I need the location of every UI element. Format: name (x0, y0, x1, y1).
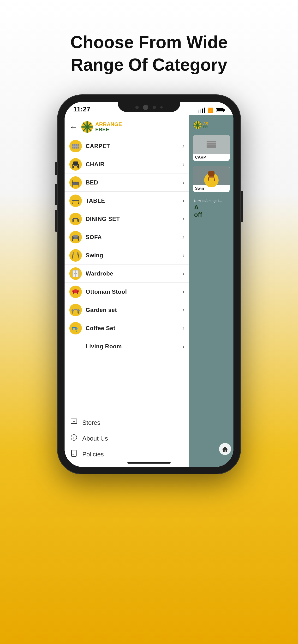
cat-icon-swing (69, 249, 82, 262)
svg-line-54 (74, 310, 74, 312)
svg-point-58 (77, 309, 80, 312)
right-promo-big: Aoff (194, 204, 229, 218)
phone-shell: 11:27 📶 (58, 95, 240, 474)
app-header: ← ARRANGE (65, 115, 189, 137)
chevron-right-icon: › (182, 306, 185, 314)
battery-icon (216, 108, 225, 112)
right-logo-ar: AR (203, 122, 208, 125)
svg-rect-52 (77, 291, 78, 294)
svg-rect-37 (73, 235, 78, 237)
logo-arrange: ARRANGE (95, 122, 122, 127)
volume-down-button (55, 210, 58, 232)
chevron-right-icon: › (182, 324, 185, 332)
svg-line-38 (72, 239, 73, 240)
cat-label-table: TABLE (86, 198, 182, 204)
chevron-right-icon: › (182, 142, 185, 150)
svg-rect-69 (73, 422, 75, 424)
cat-icon-table (69, 194, 82, 207)
wifi-icon: 📶 (208, 107, 214, 113)
right-promo-small: New to Arrange f... (194, 199, 229, 203)
svg-point-65 (77, 328, 79, 330)
left-panel: ← ARRANGE (65, 115, 189, 467)
right-logo-text: AR FR (203, 122, 208, 128)
svg-line-55 (77, 310, 77, 312)
footer-label-stores: Stores (82, 419, 100, 426)
cat-label-dining-set: DINING SET (86, 216, 182, 222)
footer-item-policies[interactable]: Policies (70, 446, 184, 462)
status-time: 11:27 (73, 106, 90, 113)
category-item-bed[interactable]: BED › (65, 174, 189, 192)
chevron-right-icon: › (182, 288, 185, 296)
right-logo-area: AR FR (193, 120, 230, 132)
chevron-right-icon: › (182, 197, 185, 204)
svg-line-44 (72, 252, 73, 259)
phone-mockup: 11:27 📶 (58, 95, 240, 474)
signal-icon (198, 108, 205, 113)
svg-point-48 (74, 273, 75, 274)
category-item-chair[interactable]: CHAIR › (65, 155, 189, 174)
category-item-wardrobe[interactable]: Wardrobe › (65, 264, 189, 283)
chevron-right-icon: › (182, 179, 185, 186)
category-list: CARPET › (65, 137, 189, 411)
cat-icon-sofa (69, 231, 82, 244)
cat-label-wardrobe: Wardrobe (86, 270, 182, 277)
svg-line-63 (73, 330, 73, 332)
cat-icon-carpet (69, 140, 82, 152)
category-item-table[interactable]: TABLE › (65, 192, 189, 210)
svg-line-88 (208, 178, 209, 180)
cat-icon-garden-set (69, 304, 82, 316)
svg-line-39 (78, 239, 79, 240)
svg-line-64 (76, 330, 76, 332)
logo-free: FREE (95, 127, 122, 132)
notch (118, 102, 180, 112)
category-item-carpet[interactable]: CARPET › (65, 137, 189, 155)
store-icon (70, 418, 77, 427)
back-button[interactable]: ← (69, 122, 78, 132)
svg-rect-87 (209, 176, 214, 178)
document-icon (70, 450, 77, 459)
cat-icon-dining-set (69, 213, 82, 225)
cat-icon-living-room (69, 340, 82, 353)
footer-item-about[interactable]: About Us (70, 430, 184, 446)
right-panel: AR FR CARP (189, 115, 233, 467)
cat-label-ottoman-stool: Ottoman Stool (86, 288, 182, 295)
svg-line-25 (73, 201, 73, 204)
app-content: ← ARRANGE (65, 115, 233, 467)
category-item-swing[interactable]: Swing › (65, 246, 189, 264)
cat-label-carpet: CARPET (86, 143, 182, 150)
right-card-carpet-label: CARP (193, 154, 230, 161)
home-nav-button[interactable] (219, 443, 231, 455)
category-item-living-room[interactable]: Living Room › (65, 337, 189, 356)
right-card-chair-img (193, 166, 230, 185)
chevron-right-icon: › (182, 270, 185, 277)
svg-line-13 (73, 166, 74, 168)
category-item-garden-set[interactable]: Garden set › (65, 301, 189, 319)
svg-rect-12 (74, 165, 77, 166)
category-item-ottoman-stool[interactable]: Ottoman Stool › (65, 283, 189, 301)
svg-point-66 (73, 328, 75, 330)
svg-line-89 (214, 178, 215, 180)
right-panel-content: AR FR CARP (189, 115, 233, 225)
info-icon (70, 434, 77, 443)
svg-rect-27 (73, 218, 78, 219)
footer-label-about: About Us (82, 435, 108, 442)
right-card-chair: Swin (193, 166, 230, 192)
category-item-dining-set[interactable]: DINING SET › (65, 210, 189, 228)
page-title-container: Choose From Wide Range Of Category (0, 31, 298, 76)
home-icon (222, 446, 228, 452)
footer-item-stores[interactable]: Stores (70, 415, 184, 430)
logo-icon (81, 121, 93, 133)
right-card-carpet: CARP (193, 135, 230, 161)
cat-label-garden-set: Garden set (86, 307, 182, 314)
footer-menu: Stores About Us Policies (65, 411, 189, 467)
cat-icon-bed (69, 176, 82, 189)
category-item-coffee-set[interactable]: Coffee Set › (65, 319, 189, 337)
footer-label-policies: Policies (82, 451, 104, 458)
right-promo-text: New to Arrange f... Aoff (193, 197, 230, 220)
cat-label-bed: BED (86, 179, 182, 186)
home-indicator (127, 462, 171, 464)
logo-text: ARRANGE FREE (95, 122, 122, 132)
svg-rect-51 (73, 291, 74, 294)
category-item-sofa[interactable]: SOFA › (65, 228, 189, 246)
right-logo-icon (193, 121, 202, 130)
